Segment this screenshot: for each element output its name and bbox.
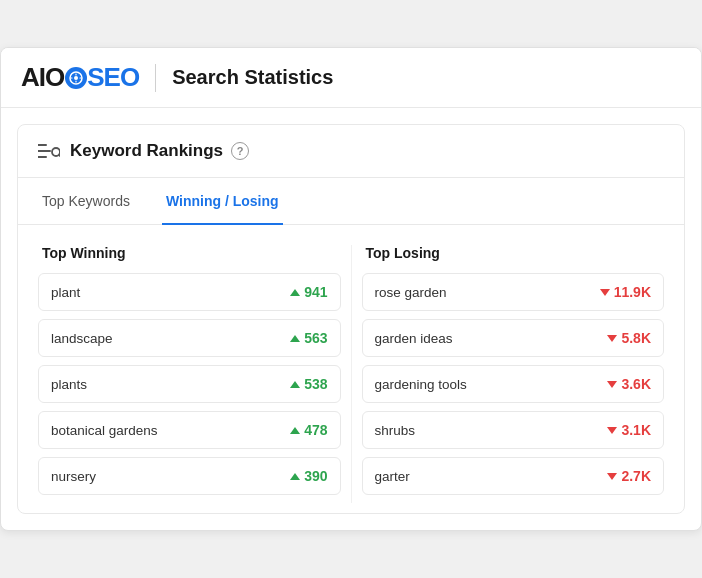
winning-value: 538 (290, 376, 327, 392)
losing-row: garden ideas 5.8K (362, 319, 665, 357)
header-divider (155, 64, 156, 92)
losing-value: 3.1K (607, 422, 651, 438)
columns: Top Winning plant 941 landscape 563 plan… (38, 245, 664, 503)
keyword-label: garter (375, 469, 410, 484)
losing-value: 3.6K (607, 376, 651, 392)
keyword-label: plant (51, 285, 80, 300)
keyword-label: garden ideas (375, 331, 453, 346)
losing-row: garter 2.7K (362, 457, 665, 495)
winning-value: 478 (290, 422, 327, 438)
up-arrow-icon (290, 335, 300, 342)
winning-value: 563 (290, 330, 327, 346)
keyword-label: nursery (51, 469, 96, 484)
main-window: AI O SEO Search Statistics (0, 47, 702, 531)
down-arrow-icon (607, 427, 617, 434)
losing-header: Top Losing (362, 245, 665, 261)
logo-icon (65, 67, 87, 89)
tab-top-keywords[interactable]: Top Keywords (38, 179, 134, 225)
winning-value: 941 (290, 284, 327, 300)
losing-list: rose garden 11.9K garden ideas 5.8K gard… (362, 273, 665, 495)
losing-row: gardening tools 3.6K (362, 365, 665, 403)
svg-line-5 (59, 155, 60, 157)
logo-ai: AI (21, 62, 45, 93)
losing-column: Top Losing rose garden 11.9K garden idea… (362, 245, 665, 503)
help-icon[interactable]: ? (231, 142, 249, 160)
keyword-label: botanical gardens (51, 423, 158, 438)
losing-value: 2.7K (607, 468, 651, 484)
keyword-label: shrubs (375, 423, 416, 438)
tab-winning-losing[interactable]: Winning / Losing (162, 179, 283, 225)
up-arrow-icon (290, 427, 300, 434)
header: AI O SEO Search Statistics (1, 48, 701, 108)
card-header: Keyword Rankings ? (18, 125, 684, 178)
keyword-rankings-card: Keyword Rankings ? Top Keywords Winning … (17, 124, 685, 514)
columns-divider (351, 245, 352, 503)
down-arrow-icon (607, 335, 617, 342)
card-title: Keyword Rankings (70, 141, 223, 161)
losing-value: 5.8K (607, 330, 651, 346)
logo-seo: SEO (87, 62, 139, 93)
winning-row: landscape 563 (38, 319, 341, 357)
keyword-label: plants (51, 377, 87, 392)
down-arrow-icon (607, 381, 617, 388)
winning-row: plants 538 (38, 365, 341, 403)
winning-row: nursery 390 (38, 457, 341, 495)
up-arrow-icon (290, 289, 300, 296)
winning-row: botanical gardens 478 (38, 411, 341, 449)
keyword-label: gardening tools (375, 377, 467, 392)
winning-value: 390 (290, 468, 327, 484)
down-arrow-icon (607, 473, 617, 480)
keyword-label: rose garden (375, 285, 447, 300)
up-arrow-icon (290, 473, 300, 480)
tab-content: Top Winning plant 941 landscape 563 plan… (18, 225, 684, 513)
winning-header: Top Winning (38, 245, 341, 261)
keyword-label: landscape (51, 331, 113, 346)
up-arrow-icon (290, 381, 300, 388)
losing-row: shrubs 3.1K (362, 411, 665, 449)
tabs-bar: Top Keywords Winning / Losing (18, 178, 684, 225)
page-title: Search Statistics (172, 66, 333, 89)
winning-row: plant 941 (38, 273, 341, 311)
winning-column: Top Winning plant 941 landscape 563 plan… (38, 245, 341, 503)
winning-list: plant 941 landscape 563 plants 538 botan… (38, 273, 341, 495)
down-arrow-icon (600, 289, 610, 296)
keyword-rankings-icon (38, 142, 60, 160)
logo-o: O (45, 62, 64, 93)
logo: AI O SEO (21, 62, 139, 93)
losing-row: rose garden 11.9K (362, 273, 665, 311)
losing-value: 11.9K (600, 284, 651, 300)
